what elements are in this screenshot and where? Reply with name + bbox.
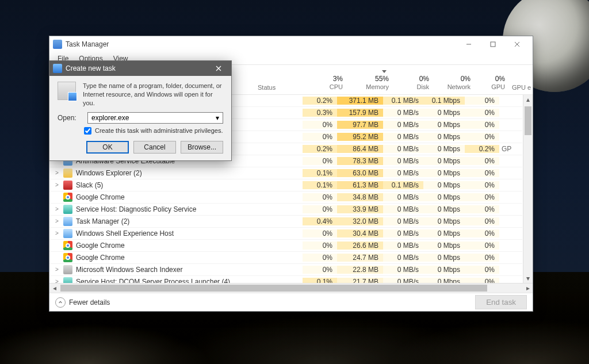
cell-memory: 33.9 MB [337, 205, 383, 213]
cancel-button[interactable]: Cancel [133, 141, 176, 154]
cell-cpu: 0% [303, 254, 337, 262]
cell-cpu: 0% [303, 193, 337, 201]
cell-disk: 0 MB/s [383, 145, 423, 153]
dialog-icon [53, 64, 62, 73]
chevron-up-icon [55, 297, 66, 308]
table-row[interactable]: >Windows Explorer (2)0.1%63.0 MB0 MB/s0 … [49, 167, 522, 179]
cell-memory: 86.4 MB [337, 145, 383, 153]
col-gpu[interactable]: 0%GPU [475, 75, 510, 91]
col-memory[interactable]: 55%Memory [347, 67, 393, 91]
expand-icon[interactable] [54, 254, 60, 260]
table-row[interactable]: >Microsoft Windows Search Indexer0%22.8 … [49, 264, 522, 276]
scroll-up-icon[interactable]: ▴ [523, 95, 533, 105]
horizontal-scrollbar[interactable]: ◂ ▸ [49, 283, 533, 293]
cell-disk: 0.1 MB/s [383, 97, 423, 105]
cell-cpu: 0% [303, 205, 337, 213]
table-row[interactable]: >Service Host: Diagnostic Policy Service… [49, 204, 522, 216]
window-title: Task Manager [66, 40, 109, 48]
cell-memory: 97.7 MB [337, 121, 383, 129]
cell-network: 0 Mbps [423, 181, 465, 189]
expand-icon[interactable]: > [54, 182, 60, 188]
process-name: Windows Shell Experience Host [76, 229, 174, 237]
table-row[interactable]: >Windows Shell Experience Host0%30.4 MB0… [49, 228, 522, 240]
app-icon [53, 40, 62, 49]
open-input[interactable] [87, 112, 223, 124]
cell-disk: 0 MB/s [383, 254, 423, 262]
scroll-left-icon[interactable]: ◂ [49, 283, 59, 293]
table-row[interactable]: Google Chrome0%26.6 MB0 MB/s0 Mbps0% [49, 240, 522, 252]
cell-gpu-engine: GP [499, 145, 522, 153]
scroll-thumb[interactable] [525, 106, 531, 135]
cell-disk: 0 MB/s [383, 133, 423, 141]
cell-memory: 21.7 MB [337, 278, 383, 283]
open-combobox[interactable]: ▾ [87, 112, 223, 124]
expand-icon[interactable]: > [54, 218, 60, 224]
col-cpu[interactable]: 3%CPU [313, 75, 347, 91]
process-name: Service Host: Diagnostic Policy Service [76, 205, 196, 213]
open-label: Open: [58, 114, 84, 122]
sort-indicator-icon [382, 70, 387, 73]
cell-disk: 0.1 MB/s [383, 181, 423, 189]
process-icon [63, 217, 72, 226]
process-icon [63, 205, 72, 214]
cell-cpu: 0.2% [303, 97, 337, 105]
chevron-down-icon[interactable]: ▾ [213, 113, 222, 122]
minimize-button[interactable] [457, 36, 481, 52]
close-button[interactable] [505, 36, 529, 52]
cell-cpu: 0.4% [303, 217, 337, 225]
col-status[interactable]: Status [255, 84, 313, 91]
cell-memory: 26.6 MB [337, 242, 383, 250]
cell-network: 0 Mbps [423, 229, 465, 237]
cell-gpu: 0% [465, 229, 499, 237]
cell-disk: 0 MB/s [383, 205, 423, 213]
expand-icon[interactable] [54, 242, 60, 248]
col-gpu-engine[interactable]: GPU e [510, 84, 533, 91]
cell-disk: 0 MB/s [383, 242, 423, 250]
dialog-titlebar[interactable]: Create new task [49, 61, 231, 76]
scroll-down-icon[interactable]: ▾ [523, 273, 533, 283]
process-name: Service Host: DCOM Server Process Launch… [76, 278, 230, 283]
cell-network: 0 Mbps [423, 145, 465, 153]
table-row[interactable]: >Service Host: DCOM Server Process Launc… [49, 276, 522, 283]
process-icon [63, 241, 72, 250]
table-row[interactable]: >Slack (5)0.1%61.3 MB0.1 MB/s0 Mbps0% [49, 179, 522, 191]
cell-gpu: 0% [465, 242, 499, 250]
cell-disk: 0 MB/s [383, 121, 423, 129]
cell-network: 0.1 Mbps [423, 97, 465, 105]
table-row[interactable]: >Task Manager (2)0.4%32.0 MB0 MB/s0 Mbps… [49, 216, 522, 228]
fewer-details-toggle[interactable]: Fewer details [55, 297, 110, 308]
end-task-button[interactable]: End task [475, 295, 527, 309]
admin-checkbox[interactable] [84, 127, 91, 135]
expand-icon[interactable]: > [54, 170, 60, 176]
expand-icon[interactable]: > [54, 266, 60, 273]
cell-gpu: 0% [465, 157, 499, 165]
table-row[interactable]: Google Chrome0%24.7 MB0 MB/s0 Mbps0% [49, 252, 522, 264]
table-row[interactable]: Google Chrome0%34.8 MB0 MB/s0 Mbps0% [49, 191, 522, 204]
process-icon [63, 277, 72, 283]
titlebar[interactable]: Task Manager [49, 36, 533, 52]
cell-gpu: 0% [465, 278, 499, 283]
expand-icon[interactable] [54, 194, 60, 200]
expand-icon[interactable]: > [54, 230, 60, 236]
expand-icon[interactable]: > [54, 206, 60, 212]
scroll-right-icon[interactable]: ▸ [523, 283, 533, 293]
cell-memory: 22.8 MB [337, 266, 383, 274]
cell-memory: 24.7 MB [337, 254, 383, 262]
expand-icon[interactable]: > [54, 278, 60, 283]
cell-disk: 0 MB/s [383, 229, 423, 237]
cell-memory: 371.1 MB [337, 97, 383, 105]
vertical-scrollbar[interactable]: ▴ ▾ [523, 95, 533, 283]
col-network[interactable]: 0%Network [434, 75, 475, 91]
cell-cpu: 0% [303, 133, 337, 141]
hscroll-thumb[interactable] [60, 285, 487, 292]
browse-button[interactable]: Browse... [181, 141, 223, 154]
maximize-button[interactable] [481, 36, 505, 52]
cell-disk: 0 MB/s [383, 217, 423, 225]
ok-button[interactable]: OK [86, 141, 129, 154]
process-icon [63, 229, 72, 238]
process-icon [63, 253, 72, 262]
process-icon [63, 181, 72, 190]
cell-network: 0 Mbps [423, 121, 465, 129]
dialog-close-button[interactable] [209, 61, 228, 76]
col-disk[interactable]: 0%Disk [393, 75, 434, 91]
